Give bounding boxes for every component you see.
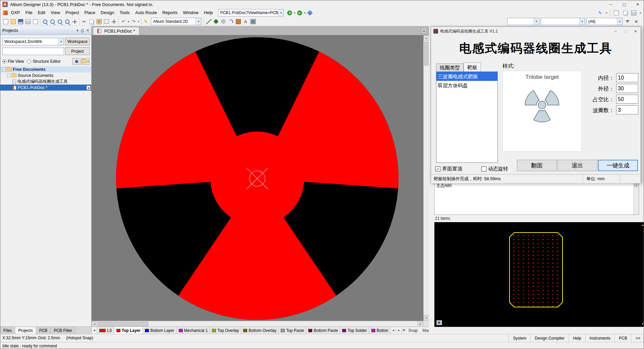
panels-help-button[interactable]: Help — [569, 334, 585, 342]
scope-all-dropdown-icon[interactable]: ▾ — [617, 18, 622, 25]
generate-button[interactable]: 一键生成 — [598, 160, 638, 171]
tab-projects[interactable]: Projects — [15, 327, 36, 334]
print-button[interactable] — [24, 18, 32, 25]
flip-button[interactable]: 翻面 — [517, 160, 557, 171]
place-line-button[interactable] — [205, 18, 212, 25]
document-address-combo[interactable]: PCB1.PcbDoc?ViewName=PCBE ▾ — [218, 9, 284, 16]
show-documents-button[interactable] — [72, 58, 80, 65]
tree-item-coil-tool-doc[interactable]: 电感式编码器线圈生成工具 — [0, 79, 91, 85]
list-scrollbar[interactable]: ▲ — [634, 183, 639, 214]
open-project-button[interactable]: ▾ — [82, 58, 90, 65]
project-button[interactable]: Project — [65, 47, 90, 55]
maximize-button[interactable]: ▢ — [618, 0, 631, 8]
layer-tab-top-paste[interactable]: Top Paste — [279, 327, 306, 334]
place-pad-button[interactable] — [212, 18, 220, 25]
pcb-canvas[interactable] — [92, 35, 423, 321]
zoom-out-button[interactable] — [56, 18, 63, 25]
release-doc-button[interactable] — [622, 9, 629, 16]
document-tab-pcb1[interactable]: PCB1.PcbDoc * — [93, 27, 140, 35]
scroll-down-icon[interactable]: ▼ — [641, 322, 644, 326]
menu-item-tools[interactable]: Tools — [117, 9, 132, 16]
scroll-up-icon[interactable]: ▲ — [641, 223, 644, 227]
layer-tab-bottom-paste[interactable]: Bottom Paste — [306, 327, 340, 334]
zoom-in-button[interactable] — [49, 18, 56, 25]
collapse-icon[interactable]: − — [7, 74, 11, 78]
place-arc-button[interactable] — [227, 18, 234, 25]
tree-item-source-documents[interactable]: − Source Documents — [0, 72, 91, 79]
zoom-window-button[interactable] — [41, 18, 49, 25]
menu-item-dxp[interactable]: DXP — [8, 9, 23, 16]
compare-doc-button[interactable] — [613, 9, 620, 16]
horizontal-scroll-thumb[interactable] — [98, 322, 148, 326]
apply-filter-button[interactable] — [624, 18, 631, 25]
minimize-button[interactable]: ─ — [604, 0, 618, 8]
back-dropdown-icon[interactable]: ▾ — [293, 11, 296, 14]
redo-dropdown-icon[interactable]: ▾ — [137, 20, 140, 23]
scroll-right-icon[interactable]: ► — [418, 321, 423, 327]
preview-zoom-icon[interactable] — [436, 320, 442, 325]
menu-item-edit[interactable]: Edit — [35, 9, 48, 16]
always-on-top-checkbox[interactable]: ✓ 界面置顶 — [435, 166, 462, 172]
layer-tab-top-layer[interactable]: Top Layer — [114, 327, 143, 334]
cross-probe-button[interactable] — [71, 18, 78, 25]
editor-horizontal-scrollbar[interactable]: ◄ ► — [92, 321, 423, 327]
collapse-icon[interactable]: − — [2, 68, 6, 71]
filter-combo-2-dropdown-icon[interactable]: ▾ — [579, 18, 585, 25]
view-style-dropdown-icon[interactable]: ▾ — [196, 18, 201, 25]
new-document-button[interactable] — [2, 18, 9, 25]
layer-tab-top-overlay[interactable]: Top Overlay — [210, 327, 241, 334]
right-tools-dropdown-icon[interactable]: ▾ — [639, 11, 642, 14]
vertical-scroll-thumb[interactable] — [424, 42, 428, 65]
tab-coil-type[interactable]: 线圈类型 — [436, 63, 464, 71]
home-kite-icon[interactable] — [307, 10, 313, 16]
file-view-radio[interactable]: File View — [2, 59, 24, 64]
view-style-combo[interactable]: Altium Standard 2D ▾ — [151, 18, 201, 25]
undo-dropdown-icon[interactable]: ▾ — [127, 20, 130, 23]
pcb-panel-list[interactable]: 主态A80 ▲ — [434, 182, 639, 215]
open-button[interactable] — [9, 18, 17, 25]
edit-pencil-button[interactable]: ✎ — [596, 9, 604, 16]
layer-scroll-left-button-2[interactable]: ◄ — [390, 327, 396, 334]
cut-button[interactable]: ✂ — [80, 18, 88, 25]
tool-close-button[interactable]: ✕ — [631, 28, 641, 35]
list-item-trilobe-target[interactable]: 三波瓣电感式靶板 — [436, 72, 497, 81]
tool-maximize-button[interactable]: ▢ — [621, 28, 631, 35]
layer-tab-bottom-solder[interactable]: Botton — [369, 327, 391, 334]
layer-scroll-left-button[interactable]: ◄ — [92, 327, 97, 334]
panels-instruments-button[interactable]: Instruments — [585, 334, 615, 342]
panel-pin-icon[interactable] — [81, 29, 84, 32]
menu-item-autoroute[interactable]: Auto Route — [132, 9, 160, 16]
address-dropdown-icon[interactable]: ▾ — [278, 9, 283, 16]
interactive-routing-button[interactable]: ✎ — [142, 18, 150, 25]
layer-tab-top-solder[interactable]: Top Solder — [340, 327, 369, 334]
mask-level-button[interactable]: Mask Level — [420, 328, 429, 333]
list-item-double-layer-disc[interactable]: 双层方块码盘 — [436, 81, 497, 90]
layer-tab-bottom-layer[interactable]: Bottom Layer — [143, 327, 176, 334]
move-button[interactable] — [110, 18, 117, 25]
paste-button[interactable] — [95, 18, 103, 25]
panels-system-button[interactable]: System — [508, 334, 530, 342]
close-button[interactable]: ✕ — [631, 0, 644, 8]
redo-button[interactable]: ↷ — [130, 18, 137, 25]
tool-window-title-bar[interactable]: 电感式编码器线圈生成工具 V1.1 ─ ▢ ✕ — [431, 27, 641, 36]
panel-menu-icon[interactable]: ▾ — [77, 29, 78, 32]
outer-diameter-input[interactable] — [616, 84, 638, 93]
place-string-button[interactable]: A — [242, 18, 249, 25]
menu-item-window[interactable]: Window — [180, 9, 201, 16]
panels-more-button[interactable]: >> — [631, 334, 644, 342]
place-component-button[interactable] — [249, 18, 257, 25]
workspace-combo[interactable]: Workspace1.DsnWrk ▾ — [2, 38, 64, 45]
lobe-count-input[interactable] — [616, 105, 638, 114]
list-item[interactable]: 主态A80 — [435, 183, 639, 189]
place-fill-button[interactable] — [234, 18, 242, 25]
snap-button[interactable]: Snap — [406, 328, 420, 333]
tab-pcb[interactable]: PCB — [36, 327, 51, 334]
menu-item-design[interactable]: Design — [98, 9, 117, 16]
zoom-selection-button[interactable] — [63, 18, 71, 25]
tree-item-pcb1-doc[interactable]: PCB1.PcbDoc * — [0, 85, 91, 91]
tab-files[interactable]: Files — [0, 327, 15, 334]
tree-item-free-documents[interactable]: − Free Documents — [0, 66, 91, 72]
layer-scroll-right-button[interactable]: ► — [396, 327, 402, 334]
workspace-button[interactable]: Workspace — [65, 38, 90, 45]
print-preview-button[interactable] — [32, 18, 39, 25]
